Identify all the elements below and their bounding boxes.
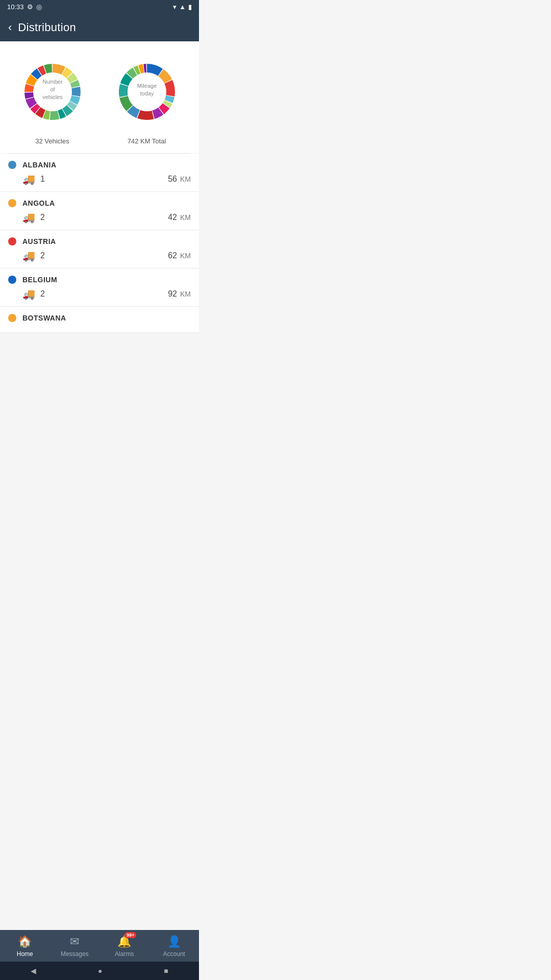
page-title: Distribution [18, 21, 76, 34]
battery-icon: ▮ [188, 3, 192, 11]
country-dot [8, 161, 16, 169]
mileage-donut: Mileagetoday [109, 54, 185, 130]
vehicles-donut: Numberofvehicles [14, 54, 91, 130]
settings-icon: ⚙ [27, 3, 33, 11]
truck-icon: 🚚 [22, 211, 35, 224]
list-item: ALBANIA🚚156KM [0, 154, 199, 192]
mileage-value: 56 [168, 175, 177, 184]
header: ‹ Distribution [0, 14, 199, 41]
country-name: ANGOLA [22, 199, 55, 207]
vehicle-count: 2 [40, 251, 45, 260]
country-dot [8, 276, 16, 284]
list-item: BELGIUM🚚292KM [0, 268, 199, 307]
truck-icon: 🚚 [22, 288, 35, 300]
country-name: AUSTRIA [22, 237, 56, 246]
mileage-value: 42 [168, 213, 177, 222]
recording-icon: ◎ [36, 3, 42, 11]
truck-icon: 🚚 [22, 250, 35, 262]
vehicles-chart: Numberofvehicles 32 Vehicles [14, 54, 91, 145]
vehicle-count: 1 [40, 175, 45, 184]
country-dot [8, 237, 16, 246]
vehicle-count: 2 [40, 289, 45, 299]
status-bar: 10:33 ⚙ ◎ ▾ ▲ ▮ [0, 0, 199, 14]
status-time: 10:33 [7, 3, 24, 11]
mileage-value: 62 [168, 251, 177, 260]
list-item: BOTSWANA [0, 307, 199, 333]
mileage-unit: KM [180, 290, 191, 298]
svg-text:Numberofvehicles: Numberofvehicles [42, 79, 63, 100]
signal-icon: ▲ [179, 3, 186, 11]
wifi-icon: ▾ [173, 3, 177, 11]
charts-area: Numberofvehicles 32 Vehicles Mileagetoda… [0, 41, 199, 153]
country-name: BOTSWANA [22, 314, 66, 322]
back-button[interactable]: ‹ [8, 21, 12, 34]
vehicle-count: 2 [40, 213, 45, 222]
country-dot [8, 314, 16, 322]
mileage-value: 92 [168, 289, 177, 299]
vehicles-chart-label: 32 Vehicles [35, 137, 69, 145]
country-name: BELGIUM [22, 276, 57, 284]
mileage-unit: KM [180, 175, 191, 183]
mileage-chart-label: 742 KM Total [128, 137, 166, 145]
country-name: ALBANIA [22, 161, 57, 169]
list-item: AUSTRIA🚚262KM [0, 230, 199, 268]
country-list: ALBANIA🚚156KMANGOLA🚚242KMAUSTRIA🚚262KMBE… [0, 154, 199, 333]
mileage-unit: KM [180, 252, 191, 260]
mileage-unit: KM [180, 213, 191, 222]
truck-icon: 🚚 [22, 173, 35, 185]
mileage-chart: Mileagetoday 742 KM Total [109, 54, 185, 145]
list-item: ANGOLA🚚242KM [0, 192, 199, 230]
country-dot [8, 199, 16, 207]
svg-text:Mileagetoday: Mileagetoday [137, 83, 157, 96]
